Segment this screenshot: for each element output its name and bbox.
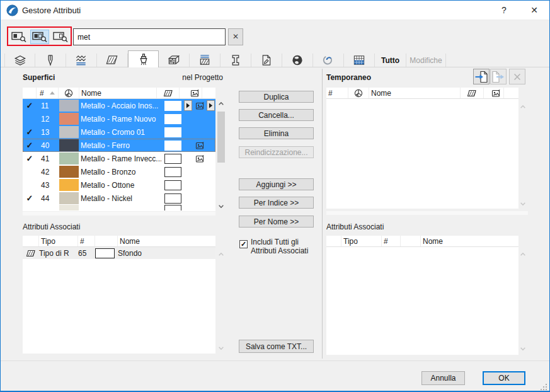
help-button[interactable]: ? — [491, 1, 517, 20]
associated-attribute-row[interactable]: Tipo di R65Sfondo — [23, 247, 215, 259]
duplicate-button[interactable]: Duplica — [239, 91, 314, 103]
scroll-up-icon[interactable] — [217, 99, 226, 108]
row-fill-cell[interactable] — [161, 180, 184, 190]
surface-row-43[interactable]: 43Metallo - Ottone — [23, 178, 215, 192]
surface-row-11[interactable]: ✓11Metallo - Acciaio Inos... — [23, 99, 215, 112]
row-color-cell[interactable] — [59, 153, 79, 164]
row-color-cell[interactable] — [59, 166, 79, 178]
row-fill-cell[interactable] — [161, 127, 184, 137]
rassoc-scroll-up-icon[interactable] — [518, 250, 527, 258]
row-texture-cell[interactable] — [193, 101, 207, 110]
reindex-button[interactable]: Reindicizzazione... — [239, 146, 314, 158]
tab-tutto[interactable]: Tutto — [375, 54, 406, 67]
tab-mep-systems[interactable] — [344, 54, 375, 67]
clear-search-button[interactable]: ✕ — [228, 28, 243, 45]
temp-scroll-up-icon[interactable] — [518, 103, 527, 110]
title-bar[interactable]: Gestore Attributi ? ✕ — [1, 1, 549, 20]
surface-row-40[interactable]: ✓40Metallo - Ferro — [23, 139, 215, 152]
tab-layers[interactable] — [4, 54, 35, 67]
row-color-cell[interactable] — [59, 126, 79, 138]
texture-expander-button[interactable] — [207, 100, 215, 111]
row-check-cell[interactable]: ✓ — [23, 141, 37, 150]
close-button[interactable]: ✕ — [521, 1, 547, 20]
include-associated-checkbox[interactable]: ✓ — [239, 240, 248, 248]
assoc-header-type-column[interactable]: Tipo — [39, 236, 78, 246]
header-name-column[interactable]: Nome — [79, 88, 157, 98]
surface-row-44[interactable]: ✓44Metallo - Nickel — [23, 192, 215, 205]
row-fill-cell[interactable] — [161, 101, 184, 111]
cancel-dialog-button[interactable]: Annulla — [421, 371, 465, 385]
tab-composites[interactable] — [159, 54, 190, 67]
row-fill-cell[interactable] — [161, 205, 184, 210]
filter-by-index-and-name-button[interactable] — [30, 30, 49, 44]
row-color-cell[interactable] — [59, 179, 79, 191]
header-fill-column[interactable] — [157, 88, 180, 98]
scrollbar-thumb[interactable] — [217, 112, 225, 163]
row-color-cell[interactable] — [59, 113, 79, 125]
tab-line-types[interactable] — [66, 54, 97, 67]
rassoc-header-name-column[interactable]: Nome — [421, 236, 518, 246]
temp-header-texture-column[interactable] — [489, 88, 504, 98]
tab-operation-profiles[interactable] — [313, 54, 344, 67]
delete-rename-button[interactable]: Cancella... — [239, 109, 314, 121]
row-texture-cell[interactable] — [193, 154, 207, 163]
row-fill-cell[interactable] — [161, 193, 184, 204]
search-input[interactable] — [73, 28, 226, 45]
row-check-cell[interactable]: ✓ — [23, 127, 37, 137]
filter-by-name-button[interactable] — [51, 30, 70, 44]
row-fill-cell[interactable] — [161, 167, 184, 177]
resize-grip[interactable] — [541, 384, 547, 390]
row-check-cell[interactable]: ✓ — [23, 101, 37, 110]
tab-building-materials[interactable] — [190, 54, 221, 67]
tab-zone-categories[interactable] — [251, 54, 282, 67]
temp-header-color-column[interactable] — [348, 88, 369, 98]
surfaces-scrollbar[interactable] — [217, 99, 226, 210]
row-check-cell[interactable]: ✓ — [23, 193, 37, 203]
header-num-column[interactable]: # — [37, 88, 59, 98]
save-txt-button[interactable]: Salva come TXT... — [239, 340, 314, 353]
ok-button[interactable]: OK — [483, 371, 525, 385]
assoc-left-scroll-down-icon[interactable] — [217, 344, 226, 352]
tab-pens[interactable] — [35, 54, 66, 67]
temp-header-name-column[interactable]: Nome — [369, 88, 461, 98]
row-texture-cell[interactable] — [193, 141, 207, 150]
header-color-column[interactable] — [59, 88, 79, 98]
by-name-button[interactable]: Per Nome >> — [239, 216, 314, 228]
rassoc-header-type-column[interactable]: Tipo — [341, 236, 382, 246]
by-index-button[interactable]: Per Indice >> — [239, 197, 314, 209]
rassoc-scroll-down-icon[interactable] — [518, 345, 527, 352]
row-fill-cell[interactable] — [161, 154, 184, 164]
row-fill-cell[interactable] — [161, 114, 184, 124]
row-color-cell[interactable] — [59, 192, 79, 204]
temp-header-num-column[interactable]: # — [326, 88, 348, 98]
tab-modifiche[interactable]: Modifiche — [406, 54, 446, 67]
tab-surfaces[interactable] — [128, 50, 159, 67]
surface-row-42[interactable]: 42Metallo - Bronzo — [23, 165, 215, 178]
surfaces-hscroll-track[interactable] — [23, 212, 215, 216]
row-color-cell[interactable] — [59, 205, 79, 210]
temp-scroll-down-icon[interactable] — [518, 200, 527, 207]
row-color-cell[interactable] — [59, 139, 79, 151]
fill-expander-button[interactable] — [184, 100, 192, 111]
tab-profiles[interactable] — [221, 54, 251, 67]
header-texture-column[interactable] — [188, 88, 202, 98]
assoc-header-num-column[interactable]: # — [78, 236, 95, 246]
temp-header-fill-column[interactable] — [461, 88, 484, 98]
export-attributes-button[interactable] — [490, 69, 507, 84]
temporary-hscroll-track[interactable] — [326, 211, 528, 215]
surface-row-12[interactable]: 12Metallo - Rame Nuovo — [23, 112, 215, 125]
assoc-header-name-column[interactable]: Nome — [118, 236, 215, 246]
row-check-cell[interactable]: ✓ — [23, 154, 37, 163]
tab-fill-types[interactable] — [97, 54, 128, 67]
rassoc-header-num-column[interactable]: # — [382, 236, 401, 246]
surface-row[interactable] — [23, 205, 215, 210]
row-fill-cell[interactable] — [161, 141, 184, 151]
row-color-cell[interactable] — [59, 100, 79, 112]
scroll-down-icon[interactable] — [217, 202, 226, 210]
surface-row-41[interactable]: ✓41Metallo - Rame Invecc... — [23, 152, 215, 165]
filter-by-index-button[interactable] — [9, 30, 28, 44]
remove-temporary-button[interactable] — [509, 69, 525, 84]
import-attributes-button[interactable] — [473, 69, 490, 84]
surface-row-13[interactable]: ✓13Metallo - Cromo 01 — [23, 125, 215, 139]
assoc-left-scroll-up-icon[interactable] — [217, 250, 226, 258]
